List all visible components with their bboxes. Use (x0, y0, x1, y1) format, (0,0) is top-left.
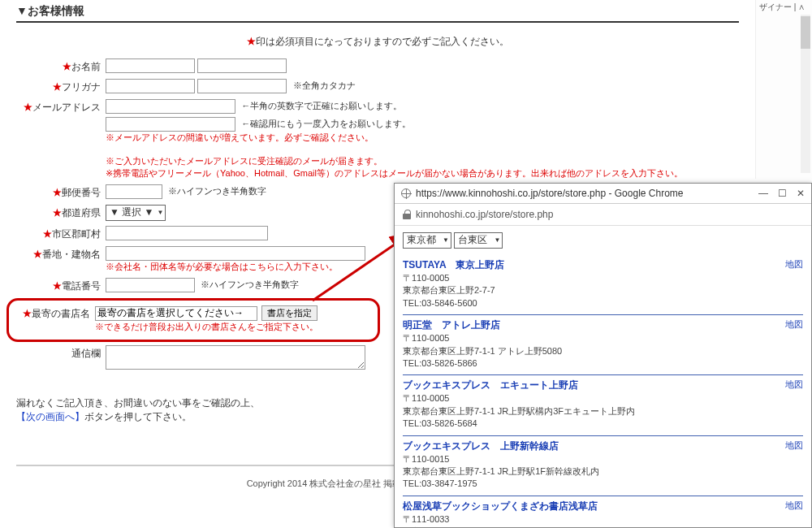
email-warning: ※メールアドレスの間違いが増えています。必ずご確認ください。 (106, 132, 374, 142)
kana-mei-input[interactable] (197, 79, 287, 93)
city-input[interactable] (106, 226, 268, 240)
name-mei-input[interactable] (197, 58, 287, 73)
store-zip: 〒110-0005 (403, 272, 803, 284)
store-tel: TEL:03-3847-1975 (403, 478, 803, 490)
email-hint1: ←半角の英数字で正確にお願いします。 (241, 101, 402, 110)
store-address: 東京都台東区上野2-7-7 (403, 284, 803, 296)
required-field-note: ★印は必須項目になっておりますので必ずご記入ください。 (16, 35, 739, 49)
store-name[interactable]: 松屋浅草ブックショップくまざわ書店浅草店 (403, 500, 803, 513)
url-text: kinnohoshi.co.jp/store/store.php (416, 209, 553, 220)
store-name[interactable]: 明正堂 アトレ上野店 (403, 318, 803, 332)
label-msg: 通信欄 (71, 348, 101, 359)
label-city: 市区郡町村 (52, 228, 101, 240)
popup-title-text: https://www.kinnohoshi.co.jp/store/store… (416, 188, 684, 199)
popup-pref-select[interactable]: 東京都 (403, 232, 451, 249)
email-hint2: ←確認用にもう一度入力をお願いします。 (241, 119, 411, 128)
postal-hint: ※ハイフンつき半角数字 (168, 186, 266, 196)
store-address: 東京都台東区上野7-1-1 アトレ上野5080 (403, 345, 803, 357)
lock-icon (403, 210, 411, 219)
address-hint: ※会社名・団体名等が必要な場合はこちらに入力下さい。 (106, 262, 338, 271)
name-sei-input[interactable] (106, 58, 195, 73)
store-zip: 〒110-0005 (403, 332, 803, 344)
confirm-line2: ボタンを押して下さい。 (84, 411, 192, 422)
nearest-store-input[interactable] (95, 306, 257, 321)
kana-hint: ※全角カタカナ (293, 80, 356, 90)
stub-tab-label: ザイナー | ∧ (756, 0, 812, 15)
map-link[interactable]: 地図 (785, 500, 803, 512)
store-zip: 〒110-0015 (403, 453, 803, 465)
nearest-store-highlight: ★最寄の書店名 書店を指定 ※できるだけ普段お出入りの書店さんをご指定下さい。 (6, 298, 380, 342)
store-zip: 〒111-0033 (403, 513, 803, 526)
store-name[interactable]: TSUTAYA 東京上野店 (403, 258, 803, 272)
next-screen-link-text: 【次の画面へ】 (16, 411, 84, 422)
label-tel: 電話番号 (62, 280, 101, 292)
tel-hint: ※ハイフンつき半角数字 (201, 279, 299, 289)
store-picker-window: https://www.kinnohoshi.co.jp/store/store… (394, 183, 812, 528)
address-bar[interactable]: kinnohoshi.co.jp/store/store.php (395, 204, 811, 226)
choose-store-button[interactable]: 書店を指定 (261, 305, 317, 321)
store-address: 東京都台東区上野7-1-1 JR上野駅構内3Fエキュート上野内 (403, 405, 803, 418)
email-confirm-input[interactable] (106, 117, 235, 132)
star-icon: ★ (247, 36, 256, 47)
close-button[interactable]: ✕ (797, 188, 805, 199)
email-note2: ※携帯電話やフリーメール（Yahoo、Hotmail、Gmail等）のアドレスは… (106, 168, 683, 178)
label-pref: 都道府県 (62, 207, 101, 219)
store-tel: TEL:03-5826-5684 (403, 418, 803, 430)
store-tel: TEL:03-5846-5600 (403, 297, 803, 309)
confirm-line1: 漏れなくご記入頂き、お間違いのない事をご確認の上、 (16, 397, 260, 409)
store-item[interactable]: 地図明正堂 アトレ上野店〒110-0005東京都台東区上野7-1-1 アトレ上野… (403, 315, 803, 375)
popup-titlebar[interactable]: https://www.kinnohoshi.co.jp/store/store… (395, 184, 811, 204)
popup-area-select[interactable]: 台東区 (454, 232, 503, 249)
store-item[interactable]: 地図TSUTAYA 東京上野店〒110-0005東京都台東区上野2-7-7TEL… (403, 255, 803, 315)
minimize-button[interactable]: — (758, 188, 768, 199)
maximize-button[interactable]: ☐ (778, 188, 787, 199)
section-title: ▼お客様情報 (16, 4, 739, 23)
tel-input[interactable] (106, 278, 195, 292)
store-item[interactable]: 地図ブックエキスプレス エキュート上野店〒110-0005東京都台東区上野7-1… (403, 375, 803, 435)
postal-input[interactable] (106, 184, 162, 199)
required-note-text: 印は必須項目になっておりますので必ずご記入ください。 (256, 36, 509, 47)
stub-scrollbar-thumb[interactable] (801, 16, 810, 49)
designer-sidebar-stub: ザイナー | ∧ (755, 0, 812, 179)
map-link[interactable]: 地図 (785, 379, 803, 391)
map-link[interactable]: 地図 (785, 318, 803, 331)
store-name[interactable]: ブックエキスプレス 上野新幹線店 (403, 439, 803, 453)
kana-sei-input[interactable] (106, 79, 195, 93)
store-name[interactable]: ブックエキスプレス エキュート上野店 (403, 379, 803, 392)
label-postal: 郵便番号 (62, 187, 101, 198)
store-list: 地図TSUTAYA 東京上野店〒110-0005東京都台東区上野2-7-7TEL… (403, 255, 803, 527)
store-tel: TEL:03-5826-5866 (403, 357, 803, 370)
address-input[interactable] (106, 246, 365, 261)
message-textarea[interactable] (106, 345, 365, 370)
store-address: 東京都台東区花川戸1-4-1 松屋浅草6F (403, 526, 803, 527)
label-name: お名前 (71, 61, 101, 72)
label-addr: 番地・建物名 (42, 249, 101, 260)
label-store: 最寄の書店名 (32, 308, 90, 319)
store-note: ※できるだけ普段お出入りの書店さんをご指定下さい。 (95, 322, 318, 331)
globe-icon (401, 188, 411, 198)
store-address: 東京都台東区上野7-1-1 JR上野駅1F新幹線改札内 (403, 465, 803, 478)
email-input[interactable] (106, 99, 235, 114)
store-zip: 〒110-0005 (403, 392, 803, 405)
store-item[interactable]: 地図松屋浅草ブックショップくまざわ書店浅草店〒111-0033東京都台東区花川戸… (403, 496, 803, 527)
label-email: メールアドレス (32, 102, 101, 113)
store-item[interactable]: 地図ブックエキスプレス 上野新幹線店〒110-0015東京都台東区上野7-1-1… (403, 436, 803, 496)
map-link[interactable]: 地図 (785, 258, 803, 270)
prefecture-select[interactable]: ▼ 選択 ▼ (106, 205, 166, 221)
map-link[interactable]: 地図 (785, 439, 803, 452)
email-note1: ※ご入力いただいたメールアドレスに受注確認のメールが届きます。 (106, 156, 382, 166)
label-kana: フリガナ (62, 81, 101, 93)
